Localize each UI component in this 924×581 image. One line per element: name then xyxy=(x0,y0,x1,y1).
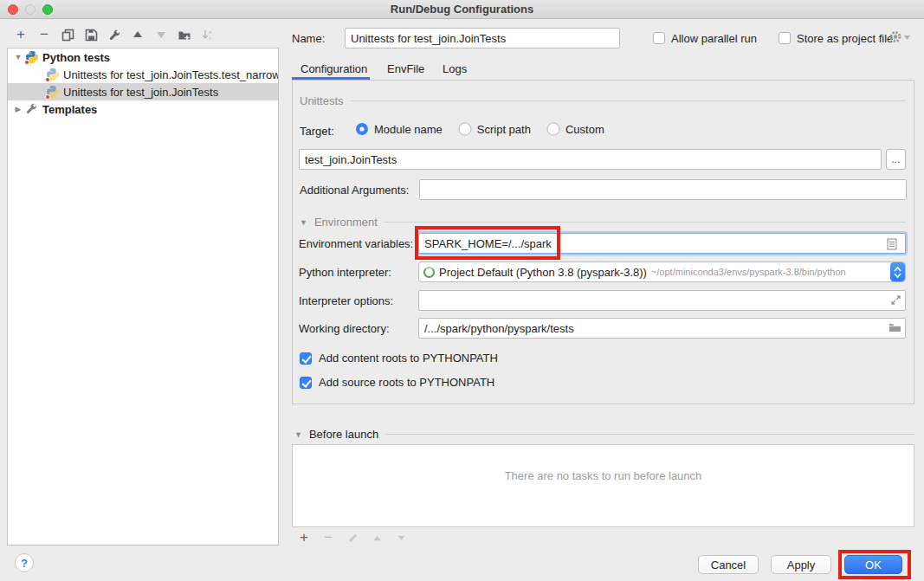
sort-alphabetically-icon: az xyxy=(200,27,216,42)
checkbox-unchecked-icon[interactable] xyxy=(653,32,665,44)
before-launch-label: Before launch xyxy=(309,428,378,441)
working-directory-label: Working directory: xyxy=(299,322,390,335)
python-interpreter-select[interactable]: Project Default (Python 3.8 (pyspark-3.8… xyxy=(418,261,906,282)
configurations-tree: ▼ Python tests Unittests for test_join.J… xyxy=(7,48,279,545)
tree-item-templates[interactable]: ▶ Templates xyxy=(8,100,278,118)
add-content-roots-checkbox[interactable]: Add content roots to PYTHONPATH xyxy=(300,352,498,365)
before-launch-empty-message: There are no tasks to run before launch xyxy=(292,469,914,482)
unittests-group-title: Unittests xyxy=(300,94,344,107)
target-input[interactable] xyxy=(299,149,882,170)
browse-folder-icon[interactable] xyxy=(888,322,901,335)
browse-target-button[interactable]: ... xyxy=(886,149,906,170)
add-task-icon[interactable]: + xyxy=(296,530,312,545)
tab-logs[interactable]: Logs xyxy=(443,61,467,78)
unittests-group-header: Unittests xyxy=(300,94,906,107)
edit-templates-icon[interactable] xyxy=(107,27,122,42)
create-folder-icon[interactable] xyxy=(177,27,192,42)
collapse-arrow-icon[interactable]: ▶ xyxy=(13,105,23,113)
working-directory-input[interactable] xyxy=(418,318,906,339)
move-task-down-icon xyxy=(393,530,409,545)
edit-environment-variables-icon[interactable] xyxy=(887,238,897,253)
templates-wrench-icon xyxy=(25,102,39,116)
store-as-project-file-checkbox[interactable]: Store as project file xyxy=(779,31,893,45)
target-radio-group: Module name Script path Custom xyxy=(355,122,604,136)
python-interpreter-value: Project Default (Python 3.8 (pyspark-3.8… xyxy=(439,266,647,279)
environment-variables-label: Environment variables: xyxy=(299,237,413,250)
allow-parallel-run-label: Allow parallel run xyxy=(671,32,757,45)
combobox-stepper-icon[interactable] xyxy=(890,262,905,281)
test-run-mark-icon xyxy=(24,60,29,65)
apply-button[interactable]: Apply xyxy=(771,555,831,574)
store-options-gear-icon[interactable] xyxy=(888,29,910,44)
add-source-roots-label: Add source roots to PYTHONPATH xyxy=(319,376,494,389)
tree-item-unittests-jointests-selected[interactable]: Unittests for test_join.JoinTests xyxy=(8,83,278,100)
radio-custom[interactable]: Custom xyxy=(546,122,604,136)
environment-section-header[interactable]: ▼ Environment xyxy=(300,216,906,229)
move-down-icon xyxy=(153,27,169,42)
interpreter-options-label: Interpreter options: xyxy=(299,294,393,307)
allow-parallel-run-checkbox[interactable]: Allow parallel run xyxy=(653,31,757,45)
name-input[interactable] xyxy=(345,28,620,48)
group-divider-line xyxy=(351,100,906,101)
tab-configuration[interactable]: Configuration xyxy=(300,61,367,78)
radio-custom-label: Custom xyxy=(565,123,604,136)
test-run-mark-icon xyxy=(45,77,50,82)
window-title: Run/Debug Configurations xyxy=(0,0,924,19)
ok-button[interactable]: OK xyxy=(844,555,902,574)
radio-module-name[interactable]: Module name xyxy=(355,122,443,136)
tree-item-unittests-narrow[interactable]: Unittests for test_join.JoinTests.test_n… xyxy=(8,66,278,83)
edit-task-icon xyxy=(345,530,360,545)
add-configuration-icon[interactable]: + xyxy=(13,27,29,42)
radio-unselected-icon xyxy=(458,122,472,136)
tree-item-label: Templates xyxy=(42,103,97,116)
before-launch-task-list[interactable] xyxy=(292,444,914,527)
name-label: Name: xyxy=(292,32,325,45)
move-up-icon[interactable] xyxy=(130,27,145,42)
radio-unselected-icon xyxy=(546,122,560,136)
run-debug-configurations-dialog: Run/Debug Configurations + − az ▼ xyxy=(0,0,924,581)
remove-configuration-icon[interactable]: − xyxy=(36,27,52,42)
test-run-mark-icon xyxy=(45,94,50,100)
configurations-toolbar: + − az xyxy=(13,27,216,42)
python-test-icon xyxy=(46,68,60,81)
before-launch-toolbar: + − xyxy=(296,530,409,545)
svg-text:a: a xyxy=(209,29,212,35)
checkbox-checked-icon[interactable] xyxy=(300,377,312,389)
save-configuration-icon[interactable] xyxy=(83,27,99,42)
section-collapse-arrow-icon[interactable]: ▼ xyxy=(300,218,307,227)
svg-text:z: z xyxy=(209,36,211,41)
tab-envfile[interactable]: EnvFile xyxy=(387,61,424,78)
environment-variables-input[interactable] xyxy=(418,233,906,254)
python-interpreter-path: ~/opt/miniconda3/envs/pyspark-3.8/bin/py… xyxy=(651,267,890,277)
group-divider-line xyxy=(385,434,914,435)
move-task-up-icon xyxy=(369,530,384,545)
tree-item-label: Unittests for test_join.JoinTests xyxy=(63,86,218,99)
before-launch-header[interactable]: ▼ Before launch xyxy=(294,428,914,441)
radio-module-name-label: Module name xyxy=(374,123,443,136)
python-tests-icon xyxy=(25,50,39,64)
copy-configuration-icon[interactable] xyxy=(60,27,75,42)
target-label: Target: xyxy=(300,125,334,138)
group-divider-line xyxy=(384,222,906,223)
tree-item-python-tests[interactable]: ▼ Python tests xyxy=(8,48,278,66)
python-interpreter-label: Python interpreter: xyxy=(299,266,391,279)
expand-field-icon[interactable] xyxy=(890,294,901,308)
expand-arrow-icon[interactable]: ▼ xyxy=(13,53,23,61)
interpreter-options-input[interactable] xyxy=(418,290,906,311)
store-as-project-file-label: Store as project file xyxy=(797,32,893,45)
conda-interpreter-icon xyxy=(423,267,435,278)
radio-script-path[interactable]: Script path xyxy=(458,122,531,136)
checkbox-unchecked-icon[interactable] xyxy=(779,32,791,44)
environment-section-label: Environment xyxy=(314,216,378,229)
checkbox-checked-icon[interactable] xyxy=(300,352,312,365)
additional-arguments-label: Additional Arguments: xyxy=(300,184,409,197)
section-collapse-arrow-icon[interactable]: ▼ xyxy=(294,430,302,439)
radio-script-path-label: Script path xyxy=(477,123,531,136)
cancel-button[interactable]: Cancel xyxy=(698,555,759,574)
radio-selected-icon xyxy=(355,122,369,136)
titlebar: Run/Debug Configurations xyxy=(0,0,924,19)
add-content-roots-label: Add content roots to PYTHONPATH xyxy=(319,352,498,365)
add-source-roots-checkbox[interactable]: Add source roots to PYTHONPATH xyxy=(300,376,494,389)
help-button[interactable]: ? xyxy=(15,553,34,572)
additional-arguments-input[interactable] xyxy=(419,179,907,200)
